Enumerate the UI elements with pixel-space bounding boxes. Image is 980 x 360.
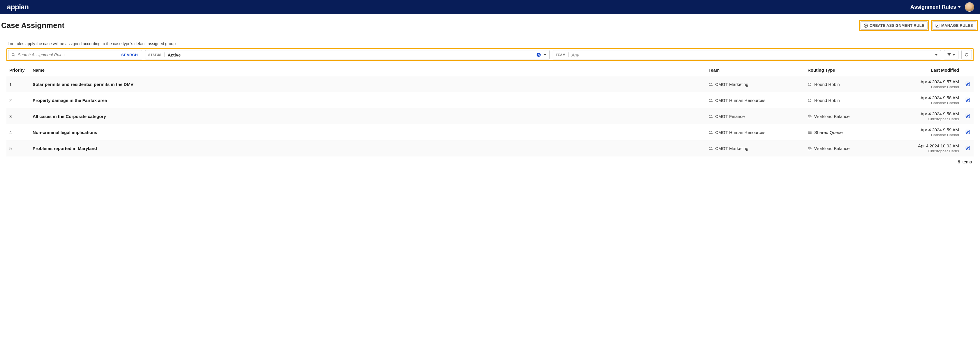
edit-row-button[interactable] (966, 130, 970, 134)
manage-rules-button[interactable]: MANAGE RULES (932, 21, 976, 30)
name-cell[interactable]: Solar permits and residential permits in… (30, 76, 706, 92)
nav-menu-label: Assignment Rules (910, 4, 956, 10)
edit-row-button[interactable] (966, 97, 970, 102)
nav-menu-assignment-rules[interactable]: Assignment Rules (910, 4, 961, 10)
svg-point-7 (711, 99, 712, 100)
svg-point-12 (710, 131, 711, 132)
table-footer: 5 items (6, 156, 974, 164)
table-row: 4Non-criminal legal implicationsCMGT Hum… (6, 124, 974, 140)
col-routing[interactable]: Routing Type (805, 64, 898, 76)
col-priority[interactable]: Priority (6, 64, 30, 76)
svg-point-4 (711, 83, 712, 84)
group-icon (708, 130, 713, 135)
team-cell: CMGT Marketing (706, 76, 805, 92)
routing-cell: Workload Balance (805, 140, 898, 156)
table-row: 2Property damage in the Fairfax areaCMGT… (6, 92, 974, 108)
lastmod-cell: Apr 4 2024 9:58 AMChristine Chenal (898, 92, 962, 108)
edit-row-button[interactable] (966, 113, 970, 118)
svg-point-14 (808, 131, 809, 131)
manage-rules-label: MANAGE RULES (941, 23, 973, 28)
edit-row-button[interactable] (966, 146, 970, 150)
lastmod-cell: Apr 4 2024 9:58 AMChristopher Harris (898, 108, 962, 124)
lastmod-cell: Apr 4 2024 9:59 AMChristine Chenal (898, 124, 962, 140)
routing-cell: Round Robin (805, 76, 898, 92)
priority-cell: 1 (6, 76, 30, 92)
balance-icon (808, 146, 812, 151)
group-icon (708, 98, 713, 102)
table-row: 3All cases in the Corporate categoryCMGT… (6, 108, 974, 124)
refresh-icon (808, 98, 812, 102)
table-row: 1Solar permits and residential permits i… (6, 76, 974, 92)
highlight-filterbar: SEARCH STATUS Active ✕ TEAM Any (6, 48, 974, 61)
group-icon (708, 146, 713, 151)
edit-row-button[interactable] (966, 81, 970, 86)
status-label: STATUS (148, 53, 161, 56)
team-filter[interactable]: TEAM Any (553, 50, 941, 59)
name-cell[interactable]: Problems reported in Maryland (30, 140, 706, 156)
svg-point-2 (12, 53, 14, 56)
lastmod-cell: Apr 4 2024 9:57 AMChristine Chenal (898, 76, 962, 92)
svg-point-10 (711, 115, 712, 116)
lastmod-cell: Apr 4 2024 10:02 AMChristopher Harris (898, 140, 962, 156)
team-label: TEAM (556, 53, 565, 56)
items-label: items (961, 159, 972, 164)
routing-cell: Round Robin (805, 92, 898, 108)
search-box: SEARCH (8, 50, 142, 59)
svg-point-15 (808, 132, 809, 132)
name-cell[interactable]: Property damage in the Fairfax area (30, 92, 706, 108)
pencil-square-icon (935, 24, 940, 28)
search-input[interactable] (18, 50, 117, 59)
priority-cell: 3 (6, 108, 30, 124)
name-cell[interactable]: All cases in the Corporate category (30, 108, 706, 124)
rules-table: Priority Name Team Routing Type Last Mod… (6, 64, 974, 156)
balance-icon (808, 114, 812, 119)
highlight-manage-rules: MANAGE RULES (931, 20, 978, 31)
create-assignment-rule-button[interactable]: CREATE ASSIGNMENT RULE (861, 21, 928, 30)
status-value: Active (167, 53, 181, 57)
refresh-icon (964, 53, 969, 57)
team-cell: CMGT Finance (706, 108, 805, 124)
group-icon (708, 82, 713, 86)
refresh-icon (808, 82, 812, 86)
table-row: 5Problems reported in MarylandCMGT Marke… (6, 140, 974, 156)
refresh-button[interactable] (961, 50, 972, 59)
create-rule-label: CREATE ASSIGNMENT RULE (870, 23, 924, 28)
logo: appian (7, 3, 29, 11)
routing-cell: Shared Queue (805, 124, 898, 140)
search-button[interactable]: SEARCH (117, 53, 142, 57)
chevron-down-icon (952, 54, 955, 56)
divider (0, 37, 980, 37)
search-icon (8, 53, 18, 57)
group-icon (708, 114, 713, 119)
col-lastmod[interactable]: Last Modified (898, 64, 962, 76)
clear-status-icon[interactable]: ✕ (537, 53, 541, 57)
top-nav: appian Assignment Rules (0, 0, 980, 14)
routing-cell: Workload Balance (805, 108, 898, 124)
filter-icon (947, 53, 951, 57)
svg-point-9 (710, 115, 711, 116)
priority-cell: 4 (6, 124, 30, 140)
chevron-down-icon[interactable] (544, 54, 547, 56)
team-placeholder: Any (571, 53, 579, 57)
hint-text: If no rules apply the case will be assig… (6, 41, 974, 46)
team-cell: CMGT Human Resources (706, 124, 805, 140)
team-cell: CMGT Marketing (706, 140, 805, 156)
status-filter[interactable]: STATUS Active ✕ (145, 50, 550, 59)
svg-point-3 (710, 83, 711, 84)
svg-point-19 (711, 147, 712, 148)
avatar[interactable] (965, 2, 974, 12)
item-count: 5 (958, 159, 960, 164)
svg-point-6 (710, 99, 711, 100)
team-cell: CMGT Human Resources (706, 92, 805, 108)
page-header: Case Assignment CREATE ASSIGNMENT RULE M… (0, 14, 980, 36)
filter-button[interactable] (944, 50, 958, 59)
highlight-create-rule: CREATE ASSIGNMENT RULE (859, 20, 929, 31)
chevron-down-icon[interactable] (935, 54, 938, 56)
name-cell[interactable]: Non-criminal legal implications (30, 124, 706, 140)
col-team[interactable]: Team (706, 64, 805, 76)
svg-point-13 (711, 131, 712, 132)
list-icon (808, 130, 812, 135)
plus-circle-icon (864, 24, 868, 28)
priority-cell: 5 (6, 140, 30, 156)
col-name[interactable]: Name (30, 64, 706, 76)
